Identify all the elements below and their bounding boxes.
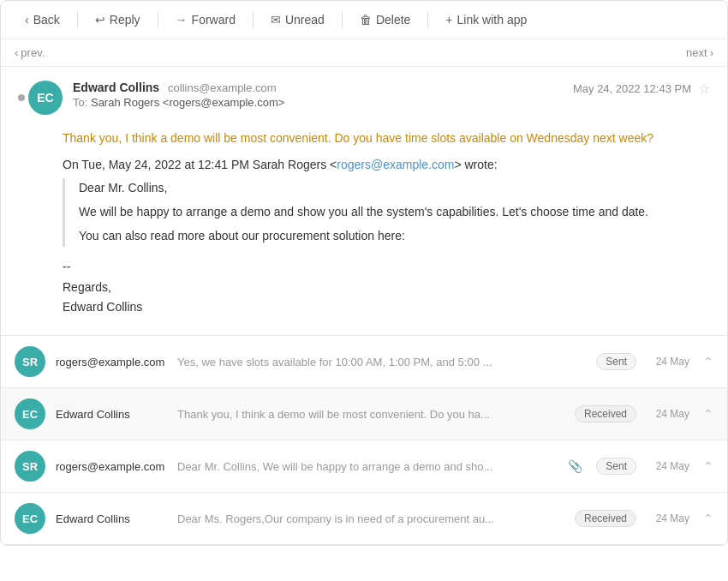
thread-preview: Yes, we have slots available for 10:00 A… — [177, 356, 586, 368]
quote-line-1: Dear Mr. Collins, — [79, 178, 710, 199]
back-icon: ‹ — [25, 13, 29, 27]
sender-name: Edward Collins — [73, 81, 159, 94]
thread-chevron-icon: ⌃ — [703, 459, 713, 473]
to-name: Sarah Rogers — [91, 96, 159, 109]
nav-bar: ‹ prev. next › — [1, 39, 727, 67]
next-label: next — [686, 46, 707, 59]
thread-avatar: SR — [15, 346, 45, 377]
star-icon[interactable]: ☆ — [698, 81, 710, 97]
thread-date: 24 May — [647, 356, 689, 368]
to-name-email: Sarah Rogers <rogers@example.com> — [91, 96, 284, 109]
thread-sender: Edward Collins — [56, 512, 167, 525]
email-body: Thank you, I think a demo will be most c… — [1, 122, 727, 335]
unread-icon: ✉ — [271, 13, 281, 27]
forward-icon: → — [176, 13, 188, 27]
thread-sender: rogers@example.com — [56, 460, 167, 473]
to-label: To: — [73, 96, 87, 109]
to-email: rogers@example.com — [169, 96, 277, 109]
link-icon: + — [445, 13, 452, 27]
quote-line-3: You can also read more about our procure… — [79, 226, 710, 247]
thread-avatar: SR — [15, 451, 45, 482]
thread-date: 24 May — [647, 460, 689, 472]
forward-button[interactable]: → Forward — [165, 8, 246, 32]
reply-label: Reply — [110, 13, 140, 27]
thread-sender: rogers@example.com — [56, 356, 167, 368]
unread-button[interactable]: ✉ Unread — [260, 8, 335, 32]
thread-item[interactable]: EC Edward Collins Thank you, I think a d… — [1, 388, 727, 440]
email-header: EC Edward Collins collins@example.com To… — [1, 67, 727, 122]
email-date: May 24, 2022 12:43 PM — [573, 82, 691, 95]
forward-label: Forward — [192, 13, 236, 27]
thread-preview: Dear Mr. Collins, We will be happy to ar… — [177, 460, 554, 473]
thread-badge: Received — [575, 405, 636, 422]
sender-info: EC Edward Collins collins@example.com To… — [18, 81, 284, 115]
email-signature: -- Regards, Edward Collins — [63, 257, 710, 318]
delete-button[interactable]: 🗑 Delete — [349, 8, 421, 32]
toolbar: ‹ Back ↩ Reply → Forward ✉ Unread 🗑 Dele… — [1, 1, 727, 39]
separator-2 — [158, 11, 158, 28]
next-nav[interactable]: next › — [686, 46, 713, 59]
sender-name-row: Edward Collins collins@example.com — [73, 81, 284, 94]
thread-avatar: EC — [15, 398, 45, 429]
delete-icon: 🗑 — [360, 13, 372, 27]
quote-intro-before: On Tue, May 24, 2022 at 12:41 PM Sarah R… — [63, 158, 337, 171]
thread-date: 24 May — [647, 512, 689, 524]
prev-chevron-icon: ‹ — [15, 46, 18, 59]
thread-preview: Thank you, I think a demo will be most c… — [177, 408, 564, 421]
separator-4 — [342, 11, 343, 28]
sender-email: collins@example.com — [168, 81, 277, 94]
sender-to-row: To: Sarah Rogers <rogers@example.com> — [73, 96, 284, 109]
next-chevron-icon: › — [710, 46, 713, 59]
separator-1 — [77, 11, 78, 28]
back-button[interactable]: ‹ Back — [15, 8, 70, 32]
signature-sep: -- — [63, 257, 710, 278]
link-with-app-button[interactable]: + Link with app — [435, 8, 537, 32]
separator-3 — [253, 11, 254, 28]
email-quote-intro: On Tue, May 24, 2022 at 12:41 PM Sarah R… — [63, 158, 710, 171]
attachment-icon: 📎 — [568, 459, 582, 473]
thread-badge: Received — [575, 510, 636, 527]
sender-avatar: EC — [28, 81, 63, 115]
thread-chevron-icon: ⌃ — [703, 512, 713, 525]
separator-5 — [427, 11, 428, 28]
delete-label: Delete — [376, 13, 410, 27]
thread-item[interactable]: EC Edward Collins Dear Ms. Rogers,Our co… — [1, 493, 727, 545]
thread-sender: Edward Collins — [56, 408, 167, 421]
back-label: Back — [33, 13, 60, 27]
thread-badge: Sent — [596, 353, 636, 370]
reply-icon: ↩ — [95, 13, 105, 27]
prev-label: prev. — [21, 46, 45, 59]
email-main-text: Thank you, I think a demo will be most c… — [63, 129, 710, 147]
unread-dot — [18, 94, 25, 101]
email-container: ‹ Back ↩ Reply → Forward ✉ Unread 🗑 Dele… — [0, 0, 728, 546]
email-meta: May 24, 2022 12:43 PM ☆ — [573, 81, 710, 97]
signature-name: Edward Collins — [63, 297, 710, 318]
thread-date: 24 May — [647, 408, 689, 420]
reply-button[interactable]: ↩ Reply — [85, 8, 151, 32]
thread-preview: Dear Ms. Rogers,Our company is in need o… — [177, 512, 564, 525]
signature-regards: Regards, — [63, 278, 710, 298]
thread-badge: Sent — [596, 458, 636, 475]
quote-link[interactable]: rogers@example.com — [337, 158, 454, 171]
unread-label: Unread — [285, 13, 325, 27]
thread-item[interactable]: SR rogers@example.com Dear Mr. Collins, … — [1, 440, 727, 493]
quote-intro-after: > wrote: — [454, 158, 497, 171]
thread-avatar: EC — [15, 503, 45, 534]
email-quoted-block: Dear Mr. Collins, We will be happy to ar… — [63, 178, 710, 246]
prev-nav[interactable]: ‹ prev. — [15, 46, 45, 59]
sender-details: Edward Collins collins@example.com To: S… — [73, 81, 284, 109]
thread-chevron-icon: ⌃ — [703, 407, 713, 421]
thread-item[interactable]: SR rogers@example.com Yes, we have slots… — [1, 336, 727, 388]
quote-line-2: We will be happy to arrange a demo and s… — [79, 202, 710, 223]
link-label: Link with app — [457, 13, 528, 27]
thread-chevron-icon: ⌃ — [703, 355, 713, 368]
thread-list: SR rogers@example.com Yes, we have slots… — [1, 335, 727, 545]
